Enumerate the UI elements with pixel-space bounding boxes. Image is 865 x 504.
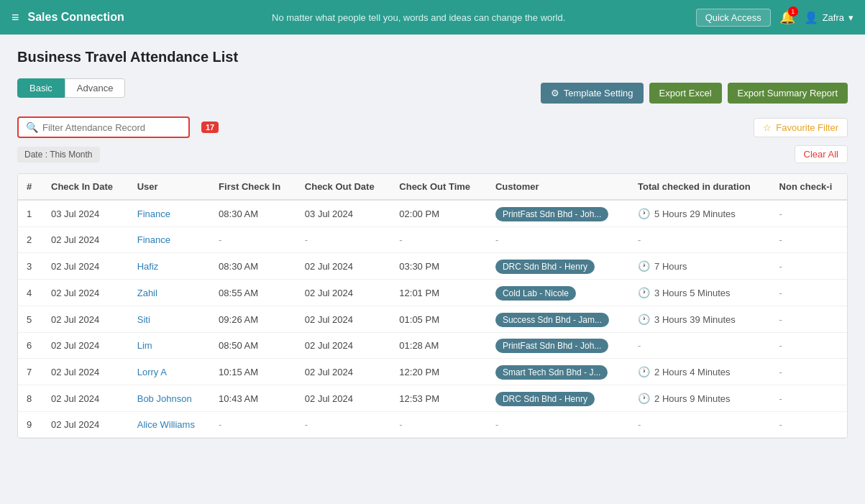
table-row: 502 Jul 2024Siti09:26 AM02 Jul 202401:05… (18, 306, 847, 333)
cell-check-out-time: 12:53 PM (390, 385, 487, 412)
col-first-check-in: First Check In (210, 174, 296, 200)
cell-non-check: - (771, 412, 847, 438)
toolbar: Basic Advance ⚙ Template Setting Export … (17, 78, 848, 108)
cell-num: 7 (18, 359, 42, 385)
favourite-filter-button[interactable]: ☆ Favourite Filter (754, 118, 848, 137)
clear-all-button[interactable]: Clear All (795, 145, 848, 163)
cell-non-check: - (771, 227, 847, 253)
user-link[interactable]: Lorry A (137, 367, 167, 377)
user-link[interactable]: Finance (137, 234, 170, 245)
export-summary-button[interactable]: Export Summary Report (728, 83, 848, 104)
header-tagline: No matter what people tell you, words an… (142, 12, 696, 23)
bell-badge: 1 (788, 6, 798, 17)
export-excel-button[interactable]: Export Excel (649, 83, 722, 104)
cell-check-in-date: 02 Jul 2024 (42, 227, 129, 253)
cell-user[interactable]: Alice Williams (129, 412, 210, 438)
duration-cell: 🕐3 Hours 5 Minutes (638, 287, 762, 298)
cell-num: 5 (18, 306, 42, 333)
col-check-out-time: Check Out Time (390, 174, 487, 200)
user-link[interactable]: Lim (137, 340, 152, 351)
user-name: Zafra (823, 12, 844, 23)
cell-user[interactable]: Lim (129, 333, 210, 359)
col-check-in-date: Check In Date (42, 174, 129, 200)
customer-badge: PrintFast Sdn Bhd - Joh... (495, 339, 608, 353)
cell-customer: PrintFast Sdn Bhd - Joh... (487, 333, 629, 359)
cell-user[interactable]: Finance (129, 200, 210, 227)
cell-duration: 🕐3 Hours 39 Minutes (629, 306, 771, 333)
cell-check-out-date: 02 Jul 2024 (296, 385, 391, 412)
date-filter-tag[interactable]: Date : This Month (17, 147, 100, 162)
user-link[interactable]: Alice Williams (137, 419, 195, 430)
duration-text: 7 Hours (654, 261, 687, 272)
cell-duration: 🕐3 Hours 5 Minutes (629, 280, 771, 306)
cell-first-check-in: 08:30 AM (210, 200, 296, 227)
clock-icon: 🕐 (638, 287, 650, 298)
cell-duration: - (629, 333, 771, 359)
duration-text: 3 Hours 5 Minutes (654, 288, 731, 298)
col-duration: Total checked in duration (629, 174, 771, 200)
cell-check-out-date: 02 Jul 2024 (296, 333, 391, 359)
bell-button[interactable]: 🔔 1 (779, 9, 795, 25)
cell-user[interactable]: Bob Johnson (129, 385, 210, 412)
customer-badge: Smart Tech Sdn Bhd - J... (495, 365, 608, 380)
cell-check-in-date: 03 Jul 2024 (42, 200, 129, 227)
table-row: 302 Jul 2024Hafiz08:30 AM02 Jul 202403:3… (18, 253, 847, 280)
cell-check-out-date: 02 Jul 2024 (296, 253, 391, 280)
cell-check-out-time: 01:05 PM (390, 306, 487, 333)
cell-user[interactable]: Siti (129, 306, 210, 333)
cell-check-out-time: 03:30 PM (390, 253, 487, 280)
menu-icon[interactable]: ≡ (12, 10, 19, 25)
cell-customer: - (487, 227, 629, 253)
cell-user[interactable]: Lorry A (129, 359, 210, 385)
attendance-table-container: # Check In Date User First Check In Chec… (17, 173, 848, 439)
cell-check-in-date: 02 Jul 2024 (42, 385, 129, 412)
table-row: 103 Jul 2024Finance08:30 AM03 Jul 202402… (18, 200, 847, 227)
cell-check-out-time: - (390, 412, 487, 438)
cell-check-out-time: 12:01 PM (390, 280, 487, 306)
user-link[interactable]: Siti (137, 314, 150, 325)
tab-basic[interactable]: Basic (17, 78, 65, 98)
clock-icon: 🕐 (638, 393, 650, 404)
table-row: 202 Jul 2024Finance------ (18, 227, 847, 253)
user-link[interactable]: Finance (137, 209, 170, 219)
cell-customer: Cold Lab - Nicole (487, 280, 629, 306)
search-badge: 17 (201, 122, 219, 133)
cell-user[interactable]: Finance (129, 227, 210, 253)
user-link[interactable]: Bob Johnson (137, 393, 192, 404)
star-icon: ☆ (763, 122, 772, 133)
cell-first-check-in: - (210, 412, 296, 438)
cell-check-in-date: 02 Jul 2024 (42, 359, 129, 385)
tab-advance[interactable]: Advance (65, 78, 126, 98)
cell-user[interactable]: Hafiz (129, 253, 210, 280)
col-num: # (18, 174, 42, 200)
user-icon: 👤 (804, 11, 818, 24)
user-menu[interactable]: 👤 Zafra ▾ (804, 11, 853, 24)
cell-duration: - (629, 227, 771, 253)
search-icon: 🔍 (26, 122, 38, 133)
cell-check-out-date: - (296, 227, 391, 253)
cell-check-out-date: - (296, 412, 391, 438)
cell-customer: - (487, 412, 629, 438)
col-non-check: Non check-i (771, 174, 847, 200)
duration-cell: 🕐2 Hours 4 Minutes (638, 366, 762, 377)
app-header: ≡ Sales Connection No matter what people… (0, 0, 865, 35)
cell-check-out-date: 03 Jul 2024 (296, 200, 391, 227)
cell-duration: - (629, 412, 771, 438)
user-link[interactable]: Zahil (137, 288, 157, 298)
customer-badge: DRC Sdn Bhd - Henry (495, 260, 595, 274)
template-setting-button[interactable]: ⚙ Template Setting (541, 83, 644, 104)
user-link[interactable]: Hafiz (137, 261, 159, 272)
main-content: Business Travel Attendance List Basic Ad… (0, 35, 865, 453)
cell-user[interactable]: Zahil (129, 280, 210, 306)
cell-customer: DRC Sdn Bhd - Henry (487, 385, 629, 412)
quick-access-button[interactable]: Quick Access (696, 9, 771, 27)
view-tabs: Basic Advance (17, 78, 125, 98)
search-input[interactable] (42, 122, 181, 133)
cell-first-check-in: 09:26 AM (210, 306, 296, 333)
cell-num: 2 (18, 227, 42, 253)
duration-text: 2 Hours 9 Minutes (654, 393, 731, 404)
cell-check-in-date: 02 Jul 2024 (42, 306, 129, 333)
table-row: 802 Jul 2024Bob Johnson10:43 AM02 Jul 20… (18, 385, 847, 412)
filter-tags: Date : This Month Clear All (17, 145, 848, 163)
user-chevron: ▾ (848, 12, 853, 23)
